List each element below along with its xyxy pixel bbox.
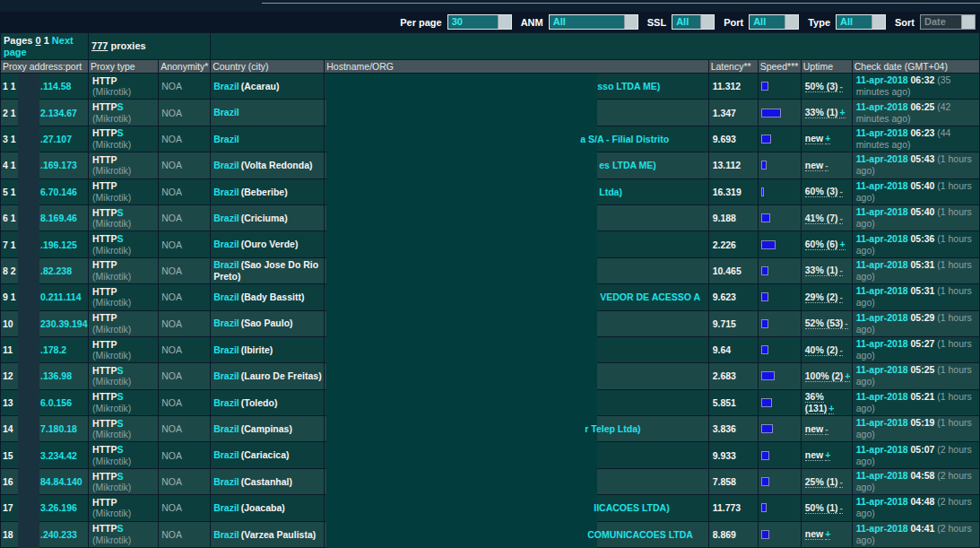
country-link[interactable]: Brazil — [213, 317, 239, 328]
proxies-count-link[interactable]: 777 — [91, 40, 108, 51]
dropdown-arrow-button[interactable] — [624, 15, 637, 29]
country-link[interactable]: Brazil — [213, 187, 239, 197]
country-link[interactable]: Brazil — [213, 160, 239, 170]
uptime-link[interactable]: 25% (1) — [805, 476, 838, 488]
country-link[interactable]: Brazil — [213, 397, 239, 408]
uptime-link[interactable]: new — [805, 133, 823, 144]
top-divider-line — [262, 3, 980, 4]
uptime-trend-link[interactable]: - — [845, 317, 848, 329]
proxy-ip-link[interactable]: 7.180.18 — [40, 423, 77, 434]
country-link[interactable]: Brazil — [213, 81, 239, 91]
uptime-link[interactable]: 50% (1) — [805, 502, 838, 514]
page-link-1[interactable]: 1 — [44, 35, 49, 46]
uptime-link[interactable]: 29% (2) — [805, 291, 838, 303]
uptime-trend-link[interactable]: - — [839, 291, 843, 303]
sort-select[interactable]: Date — [920, 14, 976, 30]
uptime-trend-link[interactable]: + — [839, 107, 845, 118]
uptime-trend-link[interactable]: - — [825, 160, 828, 171]
proxy-ip-link[interactable]: .114.58 — [40, 81, 71, 91]
dropdown-arrow-button[interactable] — [498, 15, 511, 29]
uptime-link[interactable]: 100% (2) — [805, 370, 844, 382]
uptime-link[interactable]: new — [805, 160, 823, 171]
speed-cell — [758, 74, 801, 100]
proxy-ip-link[interactable]: .27.107 — [40, 134, 72, 144]
country-link[interactable]: Brazil — [213, 529, 239, 540]
hostname-link[interactable]: r Telep Ltda) — [325, 423, 707, 434]
uptime-trend-link[interactable]: - — [839, 186, 843, 197]
uptime-trend-link[interactable]: + — [845, 370, 850, 382]
uptime-trend-link[interactable]: - — [825, 423, 828, 435]
country-link[interactable]: Brazil — [213, 213, 239, 223]
uptime-link[interactable]: 36% (131) — [805, 391, 828, 414]
proxy-ip-link[interactable]: .178.2 — [40, 344, 66, 355]
proxy-ip-link[interactable]: 0.211.114 — [40, 291, 82, 302]
country-link[interactable]: Brazil — [213, 107, 239, 117]
country-link[interactable]: Brazil — [213, 134, 239, 144]
uptime-trend-link[interactable]: + — [825, 133, 830, 144]
uptime-trend-link[interactable]: - — [839, 213, 843, 224]
country-link[interactable]: Brazil — [213, 370, 239, 381]
hostname-link[interactable]: a S/A - Filial Distrito — [325, 134, 707, 144]
dropdown-arrow-button[interactable] — [961, 15, 975, 29]
proxy-ip-link[interactable]: 84.84.140 — [40, 476, 82, 487]
country-cell: Brazil(Lauro De Freitas) — [211, 363, 325, 389]
uptime-link[interactable]: new — [805, 449, 823, 461]
country-link[interactable]: Brazil — [213, 502, 239, 513]
country-link[interactable]: Brazil — [213, 476, 239, 487]
proxy-ip-link[interactable]: 3.234.42 — [40, 450, 77, 461]
proxy-ip-link[interactable]: 230.39.194 — [40, 318, 88, 329]
uptime-link[interactable]: 33% (1) — [805, 107, 838, 118]
type-select[interactable]: All — [836, 14, 886, 30]
dropdown-arrow-button[interactable] — [700, 15, 714, 29]
uptime-link[interactable]: 40% (2) — [805, 344, 838, 356]
hostname-link[interactable]: VEDOR DE ACESSO A — [325, 291, 707, 302]
city-label: (Ibirite) — [241, 344, 273, 355]
dropdown-arrow-button[interactable] — [785, 15, 798, 29]
country-link[interactable]: Brazil — [213, 239, 239, 249]
country-link[interactable]: Brazil — [213, 291, 239, 302]
proxy-ip-link[interactable]: 6.0.156 — [40, 397, 72, 408]
uptime-link[interactable]: new — [805, 423, 823, 435]
uptime-trend-link[interactable]: - — [839, 265, 843, 276]
uptime-link[interactable]: 50% (3) — [805, 81, 838, 92]
proxy-ip-link[interactable]: .82.238 — [40, 265, 72, 276]
uptime-trend-link[interactable]: - — [839, 502, 843, 514]
uptime-link[interactable]: 41% (7) — [805, 213, 838, 224]
uptime-trend-link[interactable]: + — [839, 239, 845, 250]
hostname-link[interactable]: IICACOES LTDA) — [325, 502, 707, 513]
uptime-trend-link[interactable]: - — [839, 344, 843, 356]
uptime-trend-link[interactable]: - — [839, 476, 843, 488]
dropdown-arrow-button[interactable] — [872, 15, 885, 29]
page-link-0[interactable]: 0 — [35, 35, 40, 46]
uptime-link[interactable]: 52% (53) — [805, 317, 844, 329]
uptime-link[interactable]: 60% (3) — [805, 186, 838, 197]
proxy-ip-link[interactable]: 3.26.196 — [40, 502, 77, 513]
proxy-ip-link[interactable]: 2.134.67 — [40, 108, 77, 118]
port-select[interactable]: All — [749, 14, 799, 30]
uptime-link[interactable]: 33% (1) — [805, 265, 838, 276]
country-link[interactable]: Brazil — [213, 449, 239, 460]
uptime-trend-link[interactable]: + — [828, 403, 834, 414]
hostname-link[interactable]: COMUNICACOES LTDA — [325, 529, 707, 540]
uptime-link[interactable]: 60% (6) — [805, 239, 838, 250]
uptime-trend-link[interactable]: + — [825, 528, 830, 540]
uptime-trend-link[interactable]: + — [825, 449, 830, 461]
anm-select[interactable]: All — [549, 14, 638, 30]
proxy-ip-link[interactable]: .136.98 — [40, 370, 72, 381]
hostname-link[interactable]: es LTDA ME) — [325, 160, 707, 170]
hostname-link[interactable]: Ltda) — [325, 187, 707, 197]
country-link[interactable]: Brazil — [213, 259, 239, 270]
country-link[interactable]: Brazil — [213, 344, 239, 355]
ssl-select[interactable]: All — [672, 14, 715, 30]
proxy-ip-link[interactable]: .240.233 — [40, 529, 77, 540]
hostname-link[interactable]: sso LTDA ME) — [325, 81, 707, 91]
uptime-trend-link[interactable]: - — [839, 81, 843, 92]
proxy-ip-link[interactable]: 8.169.46 — [40, 213, 77, 223]
proxy-ip-link[interactable]: .196.125 — [40, 239, 77, 250]
uptime-cell: 52% (53)- — [801, 310, 852, 336]
country-link[interactable]: Brazil — [213, 423, 239, 434]
uptime-link[interactable]: new — [805, 528, 823, 540]
proxy-ip-link[interactable]: 6.70.146 — [40, 187, 77, 197]
proxy-ip-link[interactable]: .169.173 — [40, 160, 77, 170]
per-page-select[interactable]: 30 — [447, 14, 512, 30]
